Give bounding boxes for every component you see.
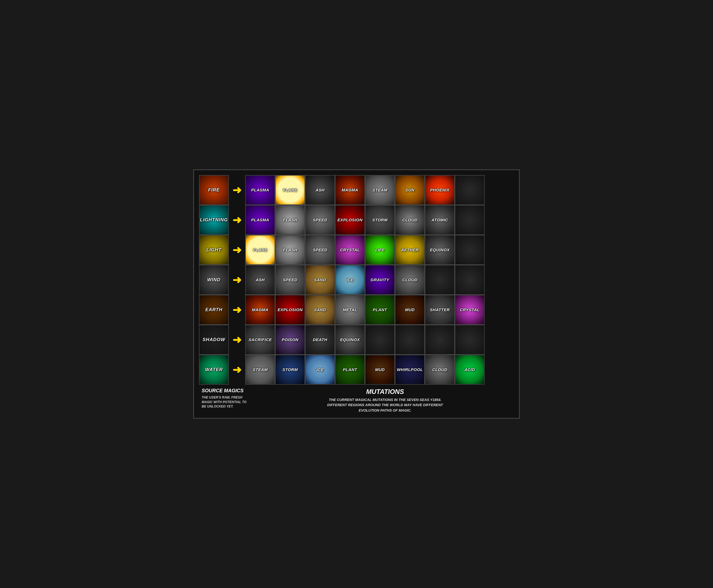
source-cell-earth: EARTH xyxy=(199,295,229,325)
mut-cell-0-7 xyxy=(455,175,485,205)
mut-cell-0-5: SUN xyxy=(395,175,425,205)
arrow-icon: ➜ xyxy=(232,185,242,195)
mut-row-4: MAGMAEXPLOSIONSANDMETALPLANTMUDSHATTERCR… xyxy=(245,295,514,325)
mut-cell-5-1: POISON xyxy=(275,325,305,355)
footer-right: MUTATIONS THE CURRENT MAGICAL MUTATIONS … xyxy=(248,388,511,413)
mut-cell-5-7 xyxy=(455,325,485,355)
source-cell-lightning: LIGHTNING xyxy=(199,205,229,235)
mut-cell-5-4 xyxy=(365,325,395,355)
mut-cell-1-6: ATOMIC xyxy=(425,205,455,235)
arrow-shadow: ➜ xyxy=(229,325,245,355)
mut-row-2: FLAREFLASHSPEEDCRYSTALLIFEAETHEREQUINOX xyxy=(245,235,514,265)
mut-cell-6-7: ACID xyxy=(455,355,485,385)
mut-cell-4-5: MUD xyxy=(395,295,425,325)
source-magics-desc: THE USER'S RAW, FRESH MAGIC WITH POTENTI… xyxy=(202,395,248,409)
arrow-lightning: ➜ xyxy=(229,205,245,235)
source-column: FIRELIGHTNINGLIGHTWINDEARTHSHADOWWATER xyxy=(199,175,229,385)
mut-cell-5-0: SACRIFICE xyxy=(245,325,275,355)
mut-cell-3-2: SAND xyxy=(305,265,335,295)
mut-cell-0-6: PHOENIX xyxy=(425,175,455,205)
mut-cell-2-5: AETHER xyxy=(395,235,425,265)
arrow-fire: ➜ xyxy=(229,175,245,205)
mut-cell-2-6: EQUINOX xyxy=(425,235,455,265)
mut-cell-1-0: PLASMA xyxy=(245,205,275,235)
mut-cell-4-1: EXPLOSION xyxy=(275,295,305,325)
mut-row-5: SACRIFICEPOISONDEATHEQUINOX xyxy=(245,325,514,355)
mut-cell-0-1: FLARE xyxy=(275,175,305,205)
footer: SOURCE MAGICS THE USER'S RAW, FRESH MAGI… xyxy=(199,388,514,413)
footer-left: SOURCE MAGICS THE USER'S RAW, FRESH MAGI… xyxy=(202,388,248,413)
mut-cell-6-3: PLANT xyxy=(335,355,365,385)
mut-row-3: ASHSPEEDSANDICEGRAVITYCLOUD xyxy=(245,265,514,295)
mut-cell-1-7 xyxy=(455,205,485,235)
mut-cell-6-5: WHIRLPOOL xyxy=(395,355,425,385)
mut-cell-6-4: MUD xyxy=(365,355,395,385)
main-container: FIRELIGHTNINGLIGHTWINDEARTHSHADOWWATER ➜… xyxy=(193,169,520,419)
source-cell-fire: FIRE xyxy=(199,175,229,205)
mut-cell-5-2: DEATH xyxy=(305,325,335,355)
mutations-title: MUTATIONS xyxy=(259,388,511,396)
mut-cell-2-1: FLASH xyxy=(275,235,305,265)
mut-cell-6-6: CLOUD xyxy=(425,355,455,385)
mut-cell-0-2: ASH xyxy=(305,175,335,205)
mut-cell-4-3: METAL xyxy=(335,295,365,325)
mut-cell-3-7 xyxy=(455,265,485,295)
arrow-icon: ➜ xyxy=(232,304,242,315)
arrow-icon: ➜ xyxy=(232,334,242,345)
mut-cell-6-0: STEAM xyxy=(245,355,275,385)
mut-cell-3-4: GRAVITY xyxy=(365,265,395,295)
arrow-wind: ➜ xyxy=(229,265,245,295)
arrow-icon: ➜ xyxy=(232,274,242,285)
mut-cell-3-6 xyxy=(425,265,455,295)
mut-cell-4-6: SHATTER xyxy=(425,295,455,325)
mut-cell-2-7 xyxy=(455,235,485,265)
mut-cell-1-3: EXPLOSION xyxy=(335,205,365,235)
arrow-icon: ➜ xyxy=(232,364,242,375)
mut-row-1: PLASMAFLASHSPEEDEXPLOSIONSTORMCLOUDATOMI… xyxy=(245,205,514,235)
mut-cell-1-1: FLASH xyxy=(275,205,305,235)
source-cell-water: WATER xyxy=(199,355,229,385)
arrow-water: ➜ xyxy=(229,355,245,385)
mut-cell-1-2: SPEED xyxy=(305,205,335,235)
mut-cell-5-5 xyxy=(395,325,425,355)
source-cell-wind: WIND xyxy=(199,265,229,295)
source-magics-title: SOURCE MAGICS xyxy=(202,388,248,394)
mut-cell-0-3: MAGMA xyxy=(335,175,365,205)
mut-cell-0-0: PLASMA xyxy=(245,175,275,205)
mutations-desc: THE CURRENT MAGICAL MUTATIONS IN THE SEV… xyxy=(259,397,511,413)
arrow-icon: ➜ xyxy=(232,245,242,255)
mut-cell-0-4: STEAM xyxy=(365,175,395,205)
mut-cell-6-2: ICE xyxy=(305,355,335,385)
mut-cell-3-0: ASH xyxy=(245,265,275,295)
mut-cell-2-4: LIFE xyxy=(365,235,395,265)
mut-cell-2-3: CRYSTAL xyxy=(335,235,365,265)
mut-cell-4-0: MAGMA xyxy=(245,295,275,325)
mut-cell-2-0: FLARE xyxy=(245,235,275,265)
mut-cell-6-1: STORM xyxy=(275,355,305,385)
mut-cell-4-7: CRYSTAL xyxy=(455,295,485,325)
arrow-column: ➜➜➜➜➜➜➜ xyxy=(229,175,245,385)
mut-cell-3-3: ICE xyxy=(335,265,365,295)
mut-cell-1-4: STORM xyxy=(365,205,395,235)
mut-cell-5-6 xyxy=(425,325,455,355)
mut-cell-3-1: SPEED xyxy=(275,265,305,295)
mut-cell-2-2: SPEED xyxy=(305,235,335,265)
mut-row-0: PLASMAFLAREASHMAGMASTEAMSUNPHOENIX xyxy=(245,175,514,205)
source-cell-shadow: SHADOW xyxy=(199,325,229,355)
mut-cell-5-3: EQUINOX xyxy=(335,325,365,355)
mut-cell-3-5: CLOUD xyxy=(395,265,425,295)
mut-cell-1-5: CLOUD xyxy=(395,205,425,235)
arrow-earth: ➜ xyxy=(229,295,245,325)
mut-cell-4-2: SAND xyxy=(305,295,335,325)
mut-cell-4-4: PLANT xyxy=(365,295,395,325)
source-cell-light: LIGHT xyxy=(199,235,229,265)
arrow-icon: ➜ xyxy=(232,214,242,225)
mut-row-6: STEAMSTORMICEPLANTMUDWHIRLPOOLCLOUDACID xyxy=(245,355,514,385)
grid-area: FIRELIGHTNINGLIGHTWINDEARTHSHADOWWATER ➜… xyxy=(199,175,514,385)
arrow-light: ➜ xyxy=(229,235,245,265)
mutations-grid: PLASMAFLAREASHMAGMASTEAMSUNPHOENIXPLASMA… xyxy=(245,175,514,385)
